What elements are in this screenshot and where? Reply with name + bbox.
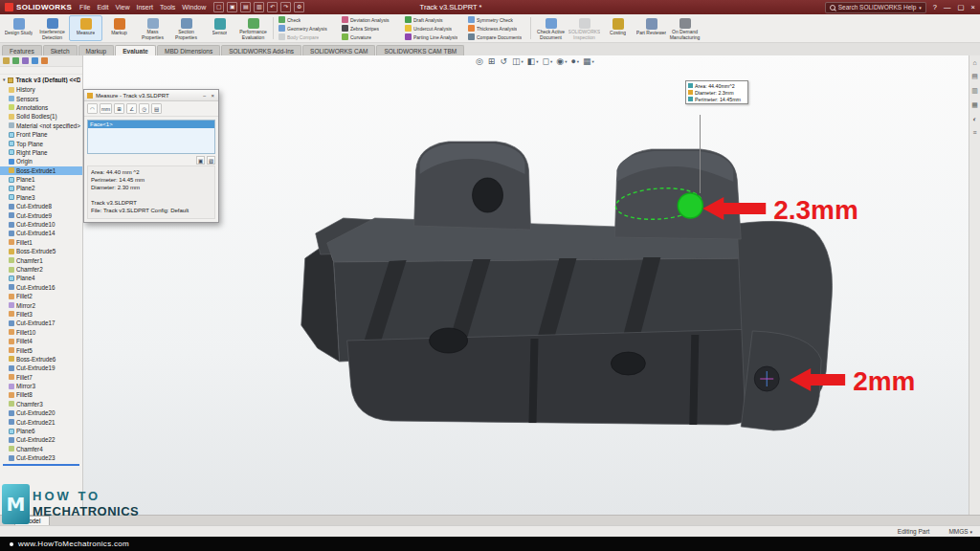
search-box[interactable]: Search SOLIDWORKS Help ▾ <box>825 2 926 13</box>
feature-tree-item[interactable]: Plane6 <box>0 427 82 435</box>
track-hole[interactable] <box>430 328 468 353</box>
feature-tree-item[interactable]: Plane1 <box>0 175 82 184</box>
ribbon-button[interactable]: SOLIDWORKS Inspection <box>568 15 601 41</box>
ribbon-button[interactable]: Check Active Document <box>534 15 568 41</box>
resources-icon[interactable]: ⌂ <box>972 59 976 66</box>
view-orientation-icon[interactable]: ◧▾ <box>527 56 539 66</box>
feature-tree-item[interactable]: Fillet2 <box>0 292 82 300</box>
menu-item[interactable]: File <box>79 4 90 11</box>
feature-tree-item[interactable]: Plane3 <box>0 193 82 202</box>
undo-icon[interactable]: ↶ <box>267 2 278 12</box>
ribbon-button[interactable]: Costing <box>601 15 635 41</box>
feature-tree-item[interactable]: Fillet4 <box>0 337 82 345</box>
feature-tree-item[interactable]: Plane2 <box>0 184 82 192</box>
ribbon-button[interactable]: Undercut Analysis <box>403 24 464 33</box>
feature-tree-item[interactable]: Cut-Extrude8 <box>0 202 82 210</box>
appearances-icon[interactable]: ●▾ <box>570 56 579 66</box>
command-tab[interactable]: SOLIDWORKS Add-Ins <box>221 45 301 55</box>
file-explorer-icon[interactable]: ▥ <box>971 87 978 95</box>
ribbon-button[interactable]: Section Properties <box>169 15 203 41</box>
displaymanager-tab-icon[interactable] <box>41 57 48 64</box>
display-style-icon[interactable]: ◻▾ <box>543 56 553 66</box>
dialog-minimize-button[interactable]: − <box>202 93 208 99</box>
ribbon-button[interactable]: Curvature <box>340 33 401 41</box>
command-tab[interactable]: MBD Dimensions <box>157 45 220 55</box>
feature-tree-item[interactable]: Cut-Extrude22 <box>0 435 82 444</box>
command-tab[interactable]: Markup <box>78 45 115 55</box>
ribbon-button[interactable]: Interference Detection <box>35 15 69 41</box>
feature-tree-item[interactable]: Mirror3 <box>0 382 82 390</box>
design-library-icon[interactable]: ▤ <box>971 73 978 80</box>
menu-item[interactable]: Insert <box>137 4 154 11</box>
dialog-close-button[interactable]: × <box>210 93 215 99</box>
help-button[interactable]: ? <box>933 3 937 11</box>
command-tab[interactable]: Features <box>2 45 42 55</box>
copy-results-icon[interactable]: ▣ <box>196 156 205 165</box>
measure-selection-list[interactable]: Face<1> <box>87 120 215 154</box>
track-part-body[interactable] <box>301 142 833 430</box>
zoom-area-icon[interactable]: ⊞ <box>488 56 497 66</box>
print-icon[interactable]: ▥ <box>254 2 264 12</box>
ribbon-button[interactable]: Sensor <box>203 15 236 41</box>
hide-show-icon[interactable]: ◉▾ <box>556 56 567 66</box>
ribbon-button[interactable]: Check <box>277 15 338 24</box>
ribbon-button[interactable]: Thickness Analysis <box>466 24 527 33</box>
propertymanager-tab-icon[interactable] <box>12 57 19 64</box>
feature-tree-item[interactable]: Right Plane <box>0 148 82 157</box>
feature-tree-item[interactable]: Cut-Extrude9 <box>0 210 82 219</box>
feature-tree-item[interactable]: Chamfer3 <box>0 400 82 408</box>
ribbon-button[interactable]: Performance Evaluation <box>236 15 270 41</box>
command-tab[interactable]: SOLIDWORKS CAM <box>302 45 375 55</box>
feature-tree-item[interactable]: Annotations <box>0 103 82 112</box>
feature-tree-item[interactable]: Fillet3 <box>0 310 82 319</box>
new-icon[interactable]: ▢ <box>213 2 224 12</box>
configurationmanager-tab-icon[interactable] <box>22 57 29 64</box>
feature-tree-item[interactable]: Cut-Extrude10 <box>0 220 82 229</box>
previous-view-icon[interactable]: ↺ <box>500 56 508 66</box>
featuremanager-tab-icon[interactable] <box>3 57 10 64</box>
feature-tree-item[interactable]: Fillet7 <box>0 373 82 382</box>
ribbon-button[interactable]: On Demand Manufacturing <box>668 15 702 41</box>
feature-tree-item[interactable]: Boss-Extrude5 <box>0 247 82 255</box>
feature-tree-item[interactable]: Cut-Extrude23 <box>0 453 82 462</box>
track-hole[interactable] <box>611 352 645 375</box>
feature-tree-root[interactable]: ▼ Track v3 (Default) <<Default>_Display <box>0 75 82 85</box>
search-input[interactable]: Search SOLIDWORKS Help <box>838 4 917 11</box>
menu-item[interactable]: View <box>115 4 129 11</box>
feature-tree-item[interactable]: Cut-Extrude19 <box>0 364 82 372</box>
close-button[interactable]: × <box>971 3 975 11</box>
ribbon-button[interactable]: Body Compare <box>277 33 338 41</box>
feature-tree-item[interactable]: Cut-Extrude21 <box>0 417 82 426</box>
snapshot-icon[interactable]: ▨ <box>207 156 215 165</box>
highlighted-face[interactable] <box>678 193 702 218</box>
history-icon[interactable]: ◷ <box>139 103 149 114</box>
options-icon[interactable]: ⚙ <box>294 2 304 12</box>
ribbon-button[interactable]: Part Reviewer <box>635 15 668 41</box>
feature-tree-item[interactable]: Chamfer1 <box>0 255 82 264</box>
feature-tree-item[interactable]: Boss-Extrude1 <box>0 166 82 175</box>
command-tab[interactable]: Evaluate <box>115 45 156 55</box>
feature-tree-item[interactable]: Fillet10 <box>0 328 82 337</box>
ribbon-button[interactable]: Compare Documents <box>466 33 527 41</box>
feature-tree-item[interactable]: Boss-Extrude6 <box>0 355 82 364</box>
feature-tree-item[interactable]: Fillet1 <box>0 238 82 247</box>
menu-item[interactable]: Edit <box>97 4 108 11</box>
ribbon-button[interactable]: Design Study <box>2 15 35 41</box>
feature-tree-item[interactable]: Mirror2 <box>0 300 82 309</box>
view-palette-icon[interactable]: ▦ <box>971 101 978 109</box>
save-icon[interactable]: ▤ <box>240 2 251 12</box>
feature-tree-item[interactable]: Solid Bodies(1) <box>0 112 82 121</box>
ribbon-button[interactable]: Geometry Analysis <box>277 24 338 33</box>
ribbon-button[interactable]: Markup <box>102 15 136 41</box>
feature-tree-item[interactable]: Chamfer4 <box>0 445 82 453</box>
section-view-icon[interactable]: ◫▾ <box>512 56 523 66</box>
create-sensor-icon[interactable]: ▤ <box>151 103 162 114</box>
ribbon-button[interactable]: Parting Line Analysis <box>403 33 464 41</box>
rollback-bar[interactable] <box>3 464 79 466</box>
ribbon-button[interactable]: Zebra Stripes <box>340 24 401 33</box>
ribbon-button[interactable]: Mass Properties <box>136 15 169 41</box>
selected-face-entry[interactable]: Face<1> <box>88 121 214 128</box>
feature-tree-item[interactable]: Cut-Extrude16 <box>0 283 82 292</box>
dimxpertmanager-tab-icon[interactable] <box>32 57 38 64</box>
point-to-point-icon[interactable]: ∠ <box>126 103 137 114</box>
